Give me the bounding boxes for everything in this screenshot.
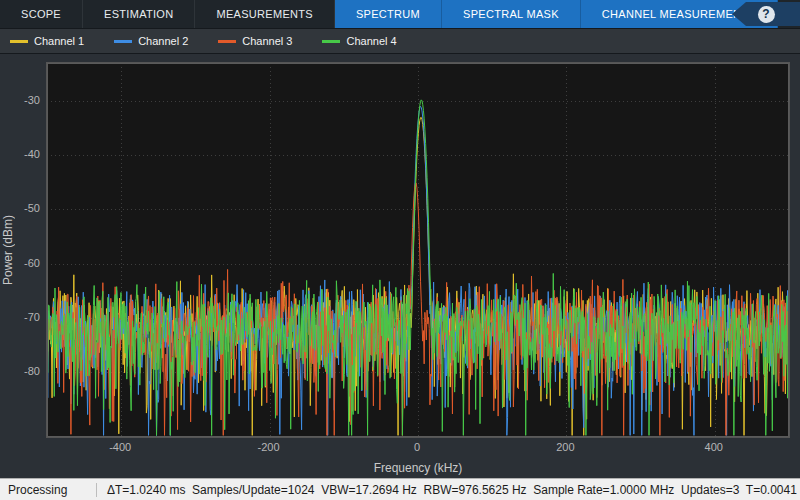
y-axis-label: Power (dBm)	[0, 62, 15, 438]
legend-label: Channel 3	[242, 35, 292, 47]
x-tick-label: -400	[109, 441, 131, 453]
y-tick-label: -50	[0, 201, 40, 215]
y-tick-label: -40	[0, 147, 40, 161]
tab-scope[interactable]: SCOPE	[0, 0, 83, 28]
y-tick-label: -30	[0, 93, 40, 107]
channel-1-color-swatch	[10, 40, 28, 43]
plot-region: Power (dBm) Frequency (kHz) -30-40-50-60…	[0, 54, 800, 478]
channel-4-color-swatch	[322, 40, 340, 43]
spectrum-analyzer-window: SCOPE ESTIMATION MEASUREMENTS SPECTRUM S…	[0, 0, 800, 500]
x-tick-label: -200	[258, 441, 280, 453]
x-tick-label: 200	[556, 441, 574, 453]
legend-label: Channel 4	[346, 35, 396, 47]
tab-estimation[interactable]: ESTIMATION	[83, 0, 195, 28]
x-tick-label: 0	[414, 441, 420, 453]
legend-item-channel-4[interactable]: Channel 4	[322, 35, 396, 47]
help-banner: ?	[732, 2, 800, 26]
legend-label: Channel 1	[34, 35, 84, 47]
tab-spectral-mask[interactable]: SPECTRAL MASK	[442, 0, 581, 28]
tab-measurements[interactable]: MEASUREMENTS	[195, 0, 335, 28]
x-axis-label: Frequency (kHz)	[46, 461, 790, 475]
y-tick-label: -70	[0, 310, 40, 324]
channel-legend: Channel 1 Channel 2 Channel 3 Channel 4	[0, 28, 800, 54]
tab-spectrum[interactable]: SPECTRUM	[335, 0, 442, 28]
status-bar: Processing ΔT=1.0240 ms Samples/Update=1…	[0, 478, 800, 500]
legend-item-channel-3[interactable]: Channel 3	[218, 35, 292, 47]
toolbar-context-tabs: SPECTRUM SPECTRAL MASK CHANNEL MEASUREME…	[335, 0, 778, 28]
x-tick-label: 400	[705, 441, 723, 453]
channel-3-color-swatch	[218, 40, 236, 43]
legend-item-channel-1[interactable]: Channel 1	[10, 35, 84, 47]
legend-item-channel-2[interactable]: Channel 2	[114, 35, 188, 47]
spectrum-canvas[interactable]	[47, 63, 789, 437]
help-icon[interactable]: ?	[758, 6, 775, 23]
status-processing: Processing	[0, 483, 96, 497]
y-tick-label: -80	[0, 364, 40, 378]
status-stats: ΔT=1.0240 ms Samples/Update=1024 VBW=17.…	[97, 483, 797, 497]
channel-2-color-swatch	[114, 40, 132, 43]
spectrum-plot[interactable]	[46, 62, 790, 438]
y-tick-label: -60	[0, 256, 40, 270]
toolbar: SCOPE ESTIMATION MEASUREMENTS SPECTRUM S…	[0, 0, 800, 28]
legend-label: Channel 2	[138, 35, 188, 47]
